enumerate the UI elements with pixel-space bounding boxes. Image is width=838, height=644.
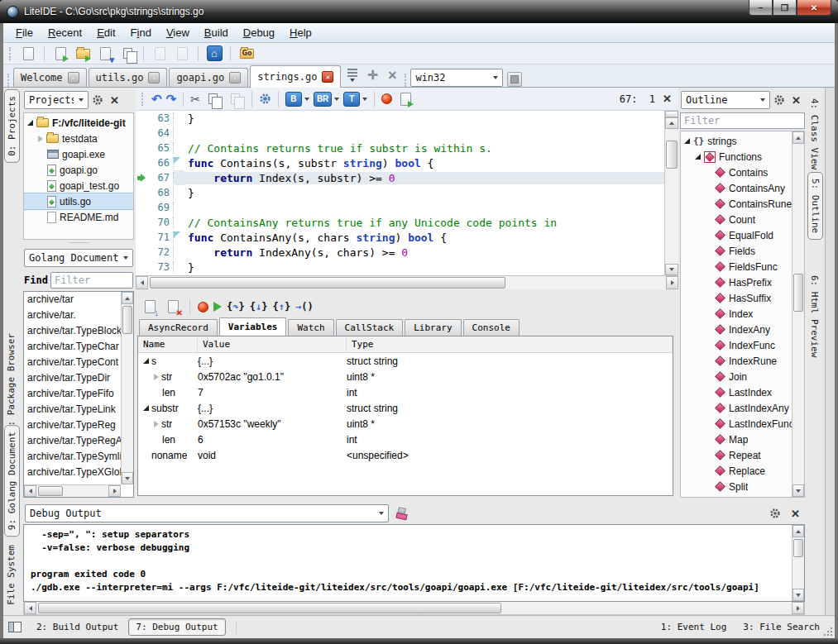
minimize-button[interactable]: –: [749, 0, 773, 16]
output-close-icon[interactable]: ✕: [788, 508, 803, 520]
outline-item-IndexFunc[interactable]: IndexFunc: [681, 337, 792, 353]
outline-item-IndexRune[interactable]: IndexRune: [681, 353, 792, 369]
scrollbar-thumb[interactable]: [38, 603, 501, 613]
breakpoint-icon[interactable]: [381, 93, 392, 104]
build-button[interactable]: B: [285, 92, 309, 107]
dock-tab-8-Package-Browser[interactable]: 8: Package Browser: [4, 327, 18, 437]
maximize-button[interactable]: ❐: [773, 0, 797, 16]
outline-item-Join[interactable]: Join: [681, 369, 792, 384]
debug-tab-callstack[interactable]: CallStack: [336, 319, 404, 336]
stop-debug-icon[interactable]: ✕: [164, 298, 182, 316]
home-icon[interactable]: ⌂: [205, 45, 223, 63]
split-editor-icon[interactable]: ✛: [362, 65, 382, 85]
outline-item-ContainsAny[interactable]: ContainsAny: [681, 180, 792, 196]
goenv-icon[interactable]: Go: [237, 45, 256, 63]
godoc-list-item[interactable]: archive/tar.: [27, 309, 121, 325]
menu-item-help[interactable]: Help: [282, 24, 319, 41]
godoc-vertical-scrollbar[interactable]: [121, 292, 133, 484]
dock-tab-5-Outline[interactable]: 5: Outline: [807, 172, 823, 240]
scroll-up-icon[interactable]: [793, 131, 804, 144]
export-icon[interactable]: [151, 45, 169, 63]
output-gear-icon[interactable]: [769, 508, 781, 519]
document-tab-goapi-go[interactable]: goapi.go✕: [169, 68, 248, 87]
scroll-down-icon[interactable]: [793, 589, 804, 601]
outline-item-EqualFold[interactable]: EqualFold: [681, 227, 792, 243]
godoc-list-item[interactable]: archive/tar.TypeFifo: [27, 388, 121, 403]
outline-item-SplitAfter[interactable]: SplitAfter: [681, 494, 792, 497]
outline-item-strings[interactable]: {}strings: [681, 133, 792, 149]
tab-close-icon[interactable]: ✕: [322, 71, 333, 83]
target-combo[interactable]: win32: [410, 69, 503, 87]
scrollbar-thumb[interactable]: [666, 141, 678, 169]
editor-horizontal-scrollbar[interactable]: [136, 275, 678, 289]
column-header-value[interactable]: Value: [198, 336, 347, 352]
scroll-up-icon[interactable]: [665, 117, 678, 129]
paste-icon[interactable]: [227, 90, 245, 108]
scrollbar-thumb[interactable]: [793, 539, 803, 557]
dock-tab-6-Html-Preview[interactable]: 6: Html Preview: [807, 270, 821, 363]
menu-item-recent[interactable]: Recent: [41, 24, 89, 41]
save-all-icon[interactable]: [118, 45, 136, 63]
outline-gear-icon[interactable]: [773, 94, 785, 106]
godoc-list-item[interactable]: archive/tar.TypeRegA: [27, 435, 121, 451]
code-line-69[interactable]: 69: [136, 200, 664, 215]
outline-item-Split[interactable]: Split: [681, 479, 792, 494]
outline-close-icon[interactable]: ✕: [788, 94, 804, 107]
godoc-list-item[interactable]: archive/tar.TypeCont: [27, 356, 121, 372]
redo-icon[interactable]: ↷: [166, 93, 177, 105]
build-run-button[interactable]: BR: [314, 92, 339, 107]
project-item-testdata[interactable]: testdata: [24, 131, 133, 146]
project-item-F-vfc-liteide-git[interactable]: F:/vfc/liteide-git: [24, 115, 133, 131]
scroll-down-icon[interactable]: [122, 472, 133, 484]
code-line-73[interactable]: 73}: [136, 260, 664, 274]
code-line-71[interactable]: 71func ContainsAny(s, chars string) bool…: [136, 230, 664, 245]
menu-item-build[interactable]: Build: [197, 24, 236, 41]
outline-filter-input[interactable]: [680, 112, 805, 129]
expander-icon[interactable]: [143, 405, 149, 411]
godoc-list-item[interactable]: archive/tar.TypeBlock: [27, 325, 121, 341]
menu-item-edit[interactable]: Edit: [89, 24, 122, 41]
print-icon[interactable]: [173, 45, 191, 63]
scroll-down-icon[interactable]: [665, 264, 678, 275]
tab-close-icon[interactable]: ✕: [68, 72, 79, 83]
code-line-66[interactable]: 66func Contains(s, substr string) bool {: [136, 155, 664, 170]
outline-item-Fields[interactable]: Fields: [681, 243, 792, 259]
debug-tab-variables[interactable]: Variables: [219, 317, 287, 336]
scroll-left-icon[interactable]: [24, 485, 36, 497]
document-tab-strings-go[interactable]: strings.go✕: [250, 65, 341, 88]
menu-item-debug[interactable]: Debug: [236, 24, 282, 41]
code-line-63[interactable]: 63}: [136, 111, 664, 126]
projects-gear-icon[interactable]: [92, 94, 103, 106]
variable-row-len[interactable]: len6int: [138, 432, 673, 447]
step-out-icon[interactable]: {↑}: [272, 301, 290, 312]
godoc-list-item[interactable]: archive/tar.TypeSymlink: [27, 451, 121, 466]
debug-tab-console[interactable]: Console: [463, 319, 520, 336]
code-editor[interactable]: 63}6465// Contains returns true if subst…: [136, 111, 678, 275]
project-item-utils-go[interactable]: utils.go: [24, 193, 133, 209]
toggle-sidebar-icon[interactable]: [8, 622, 22, 632]
fold-marker-icon[interactable]: [174, 230, 184, 245]
scroll-right-icon[interactable]: [792, 602, 804, 614]
step-into-icon[interactable]: {↓}: [250, 301, 268, 312]
debug-tab-library[interactable]: Library: [405, 319, 461, 336]
projects-close-icon[interactable]: ✕: [107, 94, 122, 107]
expander-icon[interactable]: [154, 374, 159, 380]
outline-item-ContainsRune[interactable]: ContainsRune: [681, 196, 792, 212]
godoc-list-item[interactable]: archive/tar.TypeReg: [27, 419, 121, 435]
scroll-down-icon[interactable]: [793, 484, 804, 497]
expander-icon[interactable]: [143, 358, 149, 364]
tab-close-icon[interactable]: ✕: [148, 72, 160, 83]
document-tab-utils-go[interactable]: utils.go✕: [89, 68, 168, 87]
title-bar[interactable]: LiteIDE - C:\Go\src\pkg\strings\strings.…: [0, 0, 838, 23]
scroll-left-icon[interactable]: [136, 276, 148, 289]
outline-item-LastIndexFunc[interactable]: LastIndexFunc: [681, 416, 792, 432]
outline-item-FieldsFunc[interactable]: FieldsFunc: [681, 259, 792, 274]
scroll-up-icon[interactable]: [122, 292, 133, 304]
test-button[interactable]: T: [343, 92, 367, 107]
open-file-icon[interactable]: [51, 45, 69, 63]
code-line-68[interactable]: 68}: [136, 185, 664, 200]
cut-icon[interactable]: ✂: [190, 93, 200, 106]
dock-tab-4-Class-View[interactable]: 4: Class View: [807, 93, 821, 175]
godoc-list-item[interactable]: archive/tar.TypeLink: [27, 403, 121, 419]
scroll-up-icon[interactable]: [793, 525, 804, 537]
